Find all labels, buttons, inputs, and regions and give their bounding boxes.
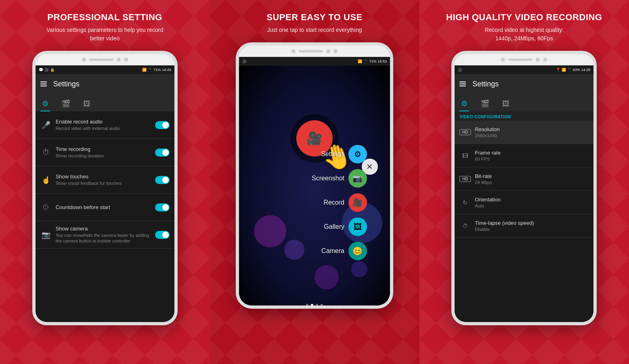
menu-label-gallery: Gallery (324, 223, 344, 230)
setting-camera-desc: You can show/hide the camera faster by a… (56, 232, 151, 244)
right-front-cam (501, 58, 505, 62)
middle-panel-subtitle: Just one tap to start record everything (267, 26, 362, 34)
right-dot-1 (536, 58, 540, 62)
settings-header-left: Settings (36, 74, 174, 94)
bokeh-4 (314, 265, 339, 289)
settings-screen-left: Settings ⚙ 🎬 🖼 🎤 Enable record audio Rec… (36, 74, 174, 322)
wifi-right: 📶 (562, 68, 566, 72)
menu-btn-settings[interactable]: ⚙ (348, 145, 367, 163)
menu-row-screenshot: Screenshot 📷 (262, 169, 367, 188)
middle-panel: SUPER EASY TO USE Just one tap to start … (210, 0, 419, 364)
setting-countdown: ⏲ Countdown before start (36, 194, 174, 221)
right-dot-2 (543, 58, 547, 62)
location-right: 📍 (556, 68, 560, 72)
setting-touches-name: Show touches (56, 174, 151, 180)
wifi-mid: 📶 (358, 59, 362, 63)
hd-icon-res: HD (459, 129, 471, 135)
toggle-camera[interactable] (155, 231, 170, 239)
middle-phone: 🎥 📶 📱 71% 16:53 (236, 42, 393, 309)
settings-title-right: Settings (472, 80, 499, 88)
countdown-icon: ⏲ (40, 203, 52, 211)
toggle-touches[interactable] (155, 176, 170, 184)
battery-mid: 71% (369, 59, 376, 63)
setting-time-name: Time recording (56, 146, 151, 152)
setting-audio-text: Enable record audio Record video with ex… (52, 119, 155, 131)
tab-video-right[interactable]: 🎬 (479, 96, 491, 111)
config-timelapse-text: Time-lapse (video speed) Disable (471, 220, 589, 232)
tab-gallery[interactable]: 🖼 (82, 96, 92, 111)
config-framerate-value: 60 FPS (475, 157, 585, 161)
phone-dot-1 (117, 58, 121, 62)
config-orientation[interactable]: ↻ Orientation Auto (455, 191, 593, 214)
config-bitrate-name: Bit-rate (475, 173, 585, 179)
setting-audio-desc: Record video with external audio (56, 126, 151, 131)
config-bitrate[interactable]: HD Bit-rate 24 Mbps (455, 167, 593, 191)
dot-1 (306, 304, 308, 305)
config-timelapse-value: Disable (475, 227, 585, 232)
status-bar-middle: 🎥 📶 📱 71% 16:53 (239, 57, 390, 66)
hamburger-right[interactable] (459, 82, 466, 86)
tab-video[interactable]: 🎬 (60, 96, 72, 111)
right-phone: 🎥 📍 📶 📱 63% 14:28 Setting (451, 51, 597, 325)
mic-icon: 🎤 (40, 121, 52, 130)
right-panel: HIGH QUALITY VIDEO RECORDING Record vide… (419, 0, 629, 364)
setting-time: ⏱ Time recording Show recording duration (36, 139, 174, 166)
setting-countdown-text: Countdown before start (52, 204, 155, 210)
config-framerate-name: Frame rate (475, 150, 585, 156)
dots-indicator (306, 304, 323, 305)
hamburger-menu[interactable] (40, 82, 47, 86)
setting-camera-text: Show camera You can show/hide the camera… (52, 226, 155, 244)
config-resolution[interactable]: HD Resolution 2560x1440 (455, 121, 593, 144)
signal-mid: 📱 (363, 59, 368, 63)
menu-btn-screenshot[interactable]: 📷 (348, 169, 367, 188)
battery-left: 71% (153, 68, 161, 72)
lock-icon: 🔒 (50, 68, 55, 72)
menu-btn-camera[interactable]: 😊 (348, 242, 367, 260)
middle-phone-screen: 🎥 📶 📱 71% 16:53 (239, 57, 390, 305)
settings-list-left: 🎤 Enable record audio Record video with … (36, 111, 174, 322)
setting-touches: ☝ Show touches Show visual feedback for … (36, 166, 174, 194)
menu-btn-record[interactable]: 🎥 (348, 193, 367, 212)
setting-camera: 📷 Show camera You can show/hide the came… (36, 221, 174, 249)
phone-top-bar (36, 54, 174, 65)
setting-time-text: Time recording Show recording duration (52, 146, 155, 159)
phone-dot-2 (124, 58, 128, 62)
tab-gallery-right[interactable]: 🖼 (501, 96, 511, 111)
settings-tabs-right: ⚙ 🎬 🖼 (455, 94, 593, 111)
menu-label-camera: Camera (321, 247, 344, 255)
menu-label-settings: Settings (321, 151, 344, 158)
toggle-audio[interactable] (155, 121, 170, 129)
config-timelapse[interactable]: ⏱ Time-lapse (video speed) Disable (455, 214, 593, 238)
mid-speaker (299, 50, 323, 52)
menu-label-record: Record (323, 199, 344, 206)
config-orientation-text: Orientation Auto (471, 197, 589, 208)
time-right: 14:28 (581, 68, 591, 72)
floating-menu: Settings ⚙ Screenshot 📷 Record 🎥 Gallery… (262, 145, 367, 266)
right-phone-screen: 🎥 📍 📶 📱 63% 14:28 Setting (455, 65, 593, 322)
setting-audio-name: Enable record audio (56, 119, 151, 125)
menu-btn-gallery[interactable]: 🖼 (348, 218, 367, 236)
timelapse-icon: ⏱ (459, 223, 471, 229)
menu-label-screenshot: Screenshot (312, 175, 344, 182)
signal-icon: 📱 (148, 68, 152, 72)
config-timelapse-name: Time-lapse (video speed) (475, 220, 585, 226)
tab-general-right[interactable]: ⚙ (459, 96, 469, 111)
status-bar-right: 🎥 📍 📶 📱 63% 14:28 (455, 65, 593, 74)
config-resolution-text: Resolution 2560x1440 (471, 126, 589, 138)
config-bitrate-value: 24 Mbps (475, 180, 585, 185)
left-panel-subtitle: Various settings parameters to help you … (40, 26, 170, 43)
tab-general[interactable]: ⚙ (40, 96, 50, 111)
status-left-icons: 💬 🎥 🔒 (39, 68, 55, 72)
toggle-time[interactable] (155, 149, 170, 157)
menu-row-record: Record 🎥 (262, 193, 367, 212)
toggle-countdown[interactable] (155, 203, 170, 211)
settings-header-right: Settings (455, 74, 593, 94)
config-framerate-text: Frame rate 60 FPS (471, 150, 589, 161)
status-right-info: 📶 📱 71% 14:43 (142, 68, 171, 72)
config-framerate[interactable]: 🎞 Frame rate 60 FPS (455, 144, 593, 167)
left-panel: PROFESSIONAL SETTING Various settings pa… (0, 0, 210, 364)
film-icon: 🎞 (459, 153, 471, 159)
setting-countdown-name: Countdown before start (56, 204, 151, 210)
hd-icon-bit: HD (459, 176, 471, 182)
config-orientation-value: Auto (475, 203, 585, 208)
